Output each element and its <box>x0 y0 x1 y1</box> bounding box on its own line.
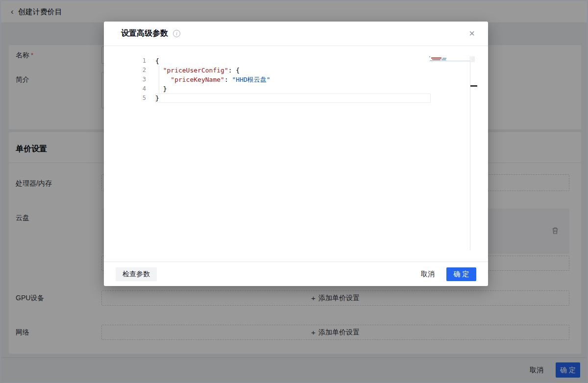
line-number: 2 <box>123 66 146 75</box>
line-number: 3 <box>123 75 146 84</box>
code-line[interactable]: } <box>155 94 270 103</box>
code-line[interactable]: "priceKeyName": "HHD根云盘" <box>155 75 270 84</box>
code-line[interactable]: "priceUserConfig": { <box>155 66 270 75</box>
minimap <box>429 56 470 63</box>
editor-lines: { "priceUserConfig": { "priceKeyName": "… <box>155 56 270 103</box>
modal-cancel-button[interactable]: 取消 <box>421 270 435 279</box>
advanced-params-modal: 设置高级参数 i × 12345 { "priceUserConfig": { … <box>104 22 488 286</box>
info-icon: i <box>173 30 180 37</box>
modal-title: 设置高级参数 <box>121 28 168 39</box>
line-number: 5 <box>123 94 146 103</box>
minimap-slider <box>429 61 470 61</box>
editor-gutter: 12345 <box>123 56 146 103</box>
modal-confirm-button[interactable]: 确 定 <box>446 267 476 281</box>
code-line[interactable]: { <box>155 56 270 66</box>
scrollbar-thumb[interactable] <box>471 56 475 62</box>
modal-footer-actions: 取消 确 定 <box>421 267 476 281</box>
check-params-button[interactable]: 检查参数 <box>116 267 157 281</box>
json-code-editor[interactable]: 12345 { "priceUserConfig": { "priceKeyNa… <box>123 56 478 250</box>
line-number: 1 <box>123 56 146 66</box>
modal-header: 设置高级参数 i × <box>104 22 488 46</box>
app-page: ‹ 创建计费价目 名称* 简介 单价设置 处理器/内存 + 添加单价设置 云盘 … <box>0 0 588 383</box>
modal-footer: 检查参数 取消 确 定 <box>104 262 488 286</box>
line-number: 4 <box>123 84 146 94</box>
code-line[interactable]: } <box>155 84 270 94</box>
overview-ruler-cursor-mark <box>470 85 477 87</box>
close-icon[interactable]: × <box>466 28 477 39</box>
